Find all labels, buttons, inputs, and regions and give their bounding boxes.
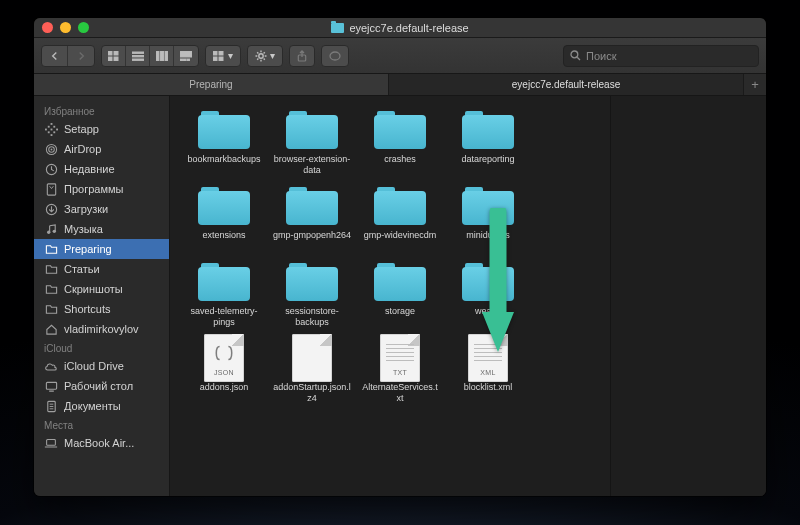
file-item[interactable]: addonStartup.json.lz4 [270,334,354,404]
folder-icon [44,262,58,276]
body: ИзбранноеSetappAirDropНедавниеПрограммыЗ… [34,96,766,496]
tab-preparing[interactable]: Preparing [34,74,389,95]
sidebar-item-folder[interactable]: Preparing [34,239,169,259]
tags-button[interactable] [321,45,349,67]
gallery-view-button[interactable] [174,46,198,66]
sidebar-item-folder[interactable]: Shortcuts [34,299,169,319]
maximize-button[interactable] [78,22,89,33]
sidebar-item-label: Недавние [64,163,115,175]
icon-view-button[interactable] [102,46,126,66]
recents-icon [44,162,58,176]
sidebar-item-folder[interactable]: Скриншоты [34,279,169,299]
file-icon: JSON [194,334,254,382]
folder-icon [44,282,58,296]
folder-item[interactable]: datareporting [446,106,530,176]
sidebar-item-music[interactable]: Музыка [34,219,169,239]
action-button[interactable]: ▾ [247,45,283,67]
folder-item[interactable]: browser-extension-data [270,106,354,176]
file-item[interactable]: XMLblocklist.xml [446,334,530,404]
sidebar-section-header: Избранное [34,102,169,119]
tab-default-release[interactable]: eyejcc7e.default-release [389,74,744,95]
icloud-icon [44,359,58,373]
sidebar-item-label: Скриншоты [64,283,123,295]
new-tab-button[interactable]: + [744,74,766,95]
search-placeholder: Поиск [586,50,616,62]
sidebar-item-desktop[interactable]: Рабочий стол [34,376,169,396]
item-label: saved-telemetry-pings [182,306,266,328]
sidebar-item-home[interactable]: vladimirkovylov [34,319,169,339]
folder-icon [282,106,342,154]
folder-icon [44,242,58,256]
sidebar-item-label: vladimirkovylov [64,323,139,335]
folder-icon [370,258,430,306]
svg-rect-15 [219,51,223,55]
sidebar-item-folder[interactable]: Статьи [34,259,169,279]
folder-item[interactable]: gmp-widevinecdm [358,182,442,252]
svg-rect-17 [219,57,223,61]
file-item[interactable]: TXTAlternateServices.txt [358,334,442,404]
folder-item[interactable]: bookmarkbackups [182,106,266,176]
sidebar-item-icloud[interactable]: iCloud Drive [34,356,169,376]
svg-rect-13 [187,59,190,61]
svg-rect-48 [46,382,56,389]
svg-rect-44 [47,183,55,194]
back-button[interactable] [42,46,68,66]
folder-item[interactable]: saved-telemetry-pings [182,258,266,328]
item-label: gmp-widevinecdm [362,230,439,252]
item-label: addons.json [198,382,251,404]
sidebar-section-header: Места [34,416,169,433]
svg-rect-11 [180,59,183,61]
finder-window: eyejcc7e.default-release ▾ ▾ Поиск Prepa… [34,18,766,496]
svg-rect-3 [114,57,118,61]
svg-rect-32 [47,125,49,127]
sidebar-item-apps[interactable]: Программы [34,179,169,199]
sidebar: ИзбранноеSetappAirDropНедавниеПрограммыЗ… [34,96,170,496]
sidebar-item-downloads[interactable]: Загрузки [34,199,169,219]
svg-point-42 [50,148,52,150]
share-button[interactable] [289,45,315,67]
minimize-button[interactable] [60,22,71,33]
svg-rect-7 [156,51,159,61]
svg-rect-5 [132,55,144,56]
folder-icon [458,106,518,154]
folder-item[interactable]: minidumps [446,182,530,252]
svg-point-47 [52,229,55,232]
folder-item[interactable]: weave [446,258,530,328]
folder-item[interactable]: crashes [358,106,442,176]
svg-rect-12 [184,59,187,61]
sidebar-item-docs[interactable]: Документы [34,396,169,416]
file-item[interactable]: JSONaddons.json [182,334,266,404]
svg-point-18 [259,53,263,57]
sidebar-item-laptop[interactable]: MacBook Air... [34,433,169,453]
column-view-button[interactable] [150,46,174,66]
svg-rect-38 [53,131,55,133]
airdrop-icon [44,142,58,156]
close-button[interactable] [42,22,53,33]
setapp-icon [44,122,58,136]
folder-icon [370,106,430,154]
svg-line-26 [264,52,265,53]
sidebar-item-recents[interactable]: Недавние [34,159,169,179]
svg-point-29 [571,51,578,58]
tab-bar: Preparing eyejcc7e.default-release + [34,74,766,96]
folder-item[interactable]: extensions [182,182,266,252]
sidebar-item-airdrop[interactable]: AirDrop [34,139,169,159]
item-label: gmp-gmpopenh264 [271,230,353,252]
arrange-button[interactable]: ▾ [205,45,241,67]
svg-line-25 [257,58,258,59]
folder-item[interactable]: storage [358,258,442,328]
folder-item[interactable]: gmp-gmpopenh264 [270,182,354,252]
item-label: datareporting [459,154,516,176]
file-grid-area[interactable]: bookmarkbackupsbrowser-extension-datacra… [170,96,610,496]
folder-icon [44,302,58,316]
forward-button[interactable] [68,46,94,66]
folder-item[interactable]: sessionstore-backups [270,258,354,328]
home-icon [44,322,58,336]
list-view-button[interactable] [126,46,150,66]
svg-rect-39 [50,134,52,136]
content: bookmarkbackupsbrowser-extension-datacra… [170,96,766,496]
sidebar-item-setapp[interactable]: Setapp [34,119,169,139]
search-field[interactable]: Поиск [563,45,759,67]
search-icon [570,50,581,61]
sidebar-item-label: Shortcuts [64,303,110,315]
